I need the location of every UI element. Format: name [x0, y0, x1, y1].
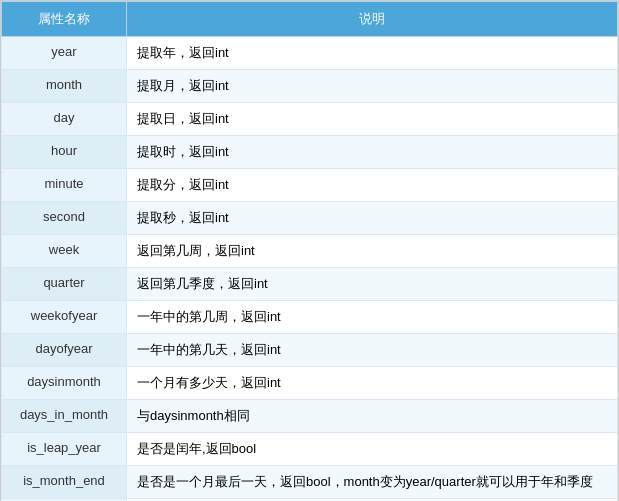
- attr-cell: quarter: [2, 268, 127, 301]
- desc-cell: 提取时，返回int: [127, 136, 618, 169]
- table-row: daysinmonth一个月有多少天，返回int: [2, 367, 618, 400]
- attr-cell: daysinmonth: [2, 367, 127, 400]
- desc-cell: 与daysinmonth相同: [127, 400, 618, 433]
- table-row: minute提取分，返回int: [2, 169, 618, 202]
- attr-cell: month: [2, 70, 127, 103]
- attributes-table: 属性名称 说明 year提取年，返回intmonth提取月，返回intday提取…: [1, 1, 618, 501]
- attr-cell: minute: [2, 169, 127, 202]
- attr-cell: second: [2, 202, 127, 235]
- table-row: days_in_month与daysinmonth相同: [2, 400, 618, 433]
- table-row: dayofyear一年中的第几天，返回int: [2, 334, 618, 367]
- desc-cell: 返回第几季度，返回int: [127, 268, 618, 301]
- desc-cell: 提取月，返回int: [127, 70, 618, 103]
- table-row: is_leap_year是否是闰年,返回bool: [2, 433, 618, 466]
- desc-cell: 提取日，返回int: [127, 103, 618, 136]
- table-row: month提取月，返回int: [2, 70, 618, 103]
- col-header-attr: 属性名称: [2, 2, 127, 37]
- attr-cell: week: [2, 235, 127, 268]
- attr-cell: days_in_month: [2, 400, 127, 433]
- attr-cell: weekofyear: [2, 301, 127, 334]
- desc-cell: 一个月有多少天，返回int: [127, 367, 618, 400]
- attr-cell: day: [2, 103, 127, 136]
- col-header-desc: 说明: [127, 2, 618, 37]
- attr-cell: is_month_end: [2, 466, 127, 499]
- attr-cell: year: [2, 37, 127, 70]
- attr-cell: hour: [2, 136, 127, 169]
- table-row: week返回第几周，返回int: [2, 235, 618, 268]
- attr-cell: is_leap_year: [2, 433, 127, 466]
- table-row: day提取日，返回int: [2, 103, 618, 136]
- table-row: year提取年，返回int: [2, 37, 618, 70]
- table-row: is_month_end是否是一个月最后一天，返回bool，month变为yea…: [2, 466, 618, 499]
- table-row: quarter返回第几季度，返回int: [2, 268, 618, 301]
- desc-cell: 提取分，返回int: [127, 169, 618, 202]
- main-table-container: 属性名称 说明 year提取年，返回intmonth提取月，返回intday提取…: [0, 0, 619, 501]
- attr-cell: dayofyear: [2, 334, 127, 367]
- desc-cell: 提取年，返回int: [127, 37, 618, 70]
- desc-cell: 一年中的第几周，返回int: [127, 301, 618, 334]
- table-row: hour提取时，返回int: [2, 136, 618, 169]
- desc-cell: 一年中的第几天，返回int: [127, 334, 618, 367]
- desc-cell: 是否是一个月最后一天，返回bool，month变为year/quarter就可以…: [127, 466, 618, 499]
- desc-cell: 提取秒，返回int: [127, 202, 618, 235]
- desc-cell: 是否是闰年,返回bool: [127, 433, 618, 466]
- table-row: weekofyear一年中的第几周，返回int: [2, 301, 618, 334]
- desc-cell: 返回第几周，返回int: [127, 235, 618, 268]
- table-row: second提取秒，返回int: [2, 202, 618, 235]
